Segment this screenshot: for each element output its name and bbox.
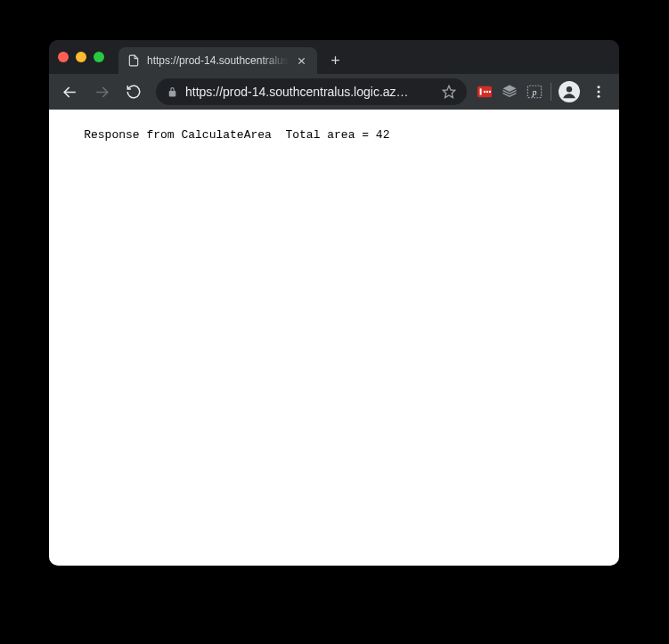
toolbar-divider — [551, 83, 551, 101]
svg-point-10 — [486, 91, 488, 93]
extension-icons: p — [476, 83, 543, 101]
menu-button[interactable] — [585, 78, 612, 105]
toolbar: https://prod-14.southcentralus.logic.az… — [49, 74, 619, 110]
svg-rect-8 — [480, 88, 482, 94]
forward-button[interactable] — [88, 78, 115, 105]
page-content: Response from CalculateArea Total area =… — [49, 110, 619, 566]
svg-point-20 — [598, 91, 600, 94]
svg-point-19 — [598, 86, 600, 88]
window-controls — [58, 52, 104, 62]
svg-point-11 — [489, 91, 491, 93]
browser-tab[interactable]: https://prod-14.southcentralus — [118, 47, 317, 74]
browser-window: https://prod-14.southcentralus — [49, 40, 619, 566]
address-bar[interactable]: https://prod-14.southcentralus.logic.az… — [156, 78, 467, 105]
page-icon — [127, 54, 140, 67]
svg-point-9 — [484, 91, 485, 93]
profile-avatar[interactable] — [559, 81, 580, 102]
extension-lastpass-icon[interactable] — [476, 83, 494, 101]
tab-close-button[interactable] — [296, 54, 308, 67]
bookmark-star-icon[interactable] — [442, 85, 456, 99]
back-button[interactable] — [56, 78, 83, 105]
svg-point-18 — [567, 86, 572, 92]
new-tab-button[interactable] — [324, 48, 347, 71]
extension-pocket-icon[interactable]: p — [526, 83, 543, 101]
window-fullscreen-button[interactable] — [94, 52, 104, 62]
reload-button[interactable] — [120, 78, 147, 105]
url-text: https://prod-14.southcentralus.logic.az… — [185, 85, 435, 99]
svg-marker-6 — [443, 86, 454, 97]
extension-buffer-icon[interactable] — [501, 83, 518, 101]
window-close-button[interactable] — [58, 52, 69, 62]
response-text: Response from CalculateArea Total area =… — [84, 128, 389, 142]
window-minimize-button[interactable] — [76, 52, 86, 62]
svg-text:p: p — [532, 87, 537, 97]
lock-icon — [167, 86, 178, 98]
tab-strip: https://prod-14.southcentralus — [49, 40, 619, 74]
tab-title: https://prod-14.southcentralus — [147, 54, 289, 67]
svg-point-21 — [598, 95, 600, 98]
